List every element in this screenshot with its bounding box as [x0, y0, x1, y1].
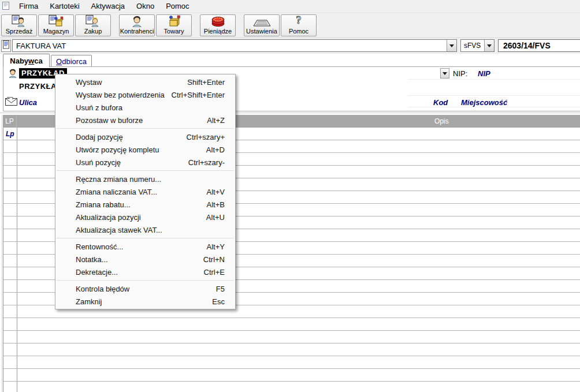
menubar-item-aktywacja[interactable]: Aktywacja	[85, 0, 131, 12]
menu-item[interactable]: Ręczna zmiana numeru...	[55, 173, 235, 185]
kontrahenci-button[interactable]: Kontrahenci	[119, 14, 155, 36]
nip-field[interactable]: NIP	[478, 69, 490, 78]
menu-item[interactable]: Dodaj pozycjęCtrl+szary+	[55, 130, 235, 143]
menu-item-shortcut: Ctrl+E	[204, 268, 225, 277]
zakup-button[interactable]: Zakup	[75, 14, 111, 36]
lp-cell	[3, 153, 17, 165]
city-field[interactable]: Miejscowość	[461, 98, 507, 107]
toolbar-button-label: Magazyn	[43, 27, 69, 36]
lp-cell	[3, 140, 17, 152]
contractors-person-icon	[131, 15, 143, 27]
magazyn-button[interactable]: Magazyn	[38, 14, 74, 36]
lp-cell	[3, 204, 17, 216]
table-row[interactable]	[3, 369, 580, 382]
postal-code-field[interactable]: Kod	[433, 98, 448, 107]
table-row[interactable]	[3, 344, 580, 356]
description-cell	[17, 369, 580, 381]
menu-item[interactable]: Zmiana naliczania VAT...Alt+V	[55, 185, 235, 198]
application-window: FirmaKartotekiAktywacjaOknoPomoc Sprzeda…	[0, 0, 580, 392]
menu-item-shortcut: Esc	[212, 297, 225, 306]
document-number-field[interactable]: 2603/14/FVS	[498, 39, 580, 52]
series-value: sFVS	[461, 42, 484, 50]
small-document-icon	[3, 40, 10, 51]
menu-item[interactable]: Wystaw bez potwierdzeniaCtrl+Shift+Enter	[55, 88, 235, 101]
lp-cell	[3, 255, 17, 267]
menu-item-label: Zmiana naliczania VAT...	[76, 188, 157, 196]
grid-header-opis: Opis	[434, 115, 449, 128]
menu-item[interactable]: WystawShift+Enter	[55, 76, 235, 88]
tab-accel-letter: O	[56, 57, 62, 66]
menu-item[interactable]: Utwórz pozycję kompletuAlt+D	[55, 143, 235, 156]
envelope-address-icon	[5, 97, 18, 109]
menu-item[interactable]: Notatka...Ctrl+N	[55, 253, 235, 266]
dropdown-arrow-icon[interactable]	[447, 40, 456, 51]
street-field[interactable]: Ulica	[19, 98, 37, 107]
menu-item[interactable]: ZamknijEsc	[55, 295, 235, 308]
menubar-item-firma[interactable]: Firma	[13, 0, 44, 12]
menu-item-label: Kontrola błędów	[76, 285, 129, 293]
table-row[interactable]	[3, 356, 580, 369]
pomoc-button[interactable]: ?Pomoc	[281, 14, 317, 36]
menu-separator	[57, 128, 234, 129]
grid-header-lp: LP	[3, 115, 17, 128]
menubar-item-pomoc[interactable]: Pomoc	[160, 0, 195, 12]
menu-separator	[57, 280, 234, 281]
nip-label: NIP:	[453, 69, 467, 78]
menubar-item-kartoteki[interactable]: Kartoteki	[44, 0, 85, 12]
menu-item-label: Zmiana rabatu...	[76, 200, 131, 209]
ustawienia-button[interactable]: Ustawienia	[244, 14, 280, 36]
lp-cell	[3, 178, 17, 191]
menu-item-shortcut: F5	[216, 285, 225, 293]
menu-item[interactable]: Usuń z bufora	[55, 101, 235, 114]
document-type-combobox[interactable]: FAKTURA VAT	[12, 39, 457, 52]
menu-separator	[57, 170, 234, 171]
tab-label-part: dbiorca	[62, 57, 87, 66]
sprzedaz-button[interactable]: Sprzedaż	[1, 14, 37, 36]
lp-cell	[3, 369, 17, 381]
menu-item-label: Ręczna zmiana numeru...	[76, 175, 161, 184]
tab-label-part: Naby	[10, 57, 28, 65]
toolbar-button-label: Pomoc	[289, 27, 308, 36]
menu-item-label: Usuń z bufora	[76, 103, 122, 112]
tab-nabywca[interactable]: Nabywca	[3, 54, 50, 67]
menu-item[interactable]: Aktualizacja pozycjiAlt+U	[55, 211, 235, 223]
tab-odbiorca[interactable]: Odbiorca	[51, 55, 92, 67]
menu-item[interactable]: Rentowność...Alt+Y	[55, 240, 235, 253]
grid-outer-border	[2, 115, 2, 392]
contractor-dropdown-arrow-icon[interactable]	[440, 68, 449, 79]
tabs-bar: Nabywca Odbiorca	[0, 54, 580, 67]
series-combobox[interactable]: sFVS	[460, 39, 495, 52]
menu-item-label: Dodaj pozycję	[76, 133, 123, 141]
menu-item[interactable]: Usuń pozycjęCtrl+szary-	[55, 156, 235, 169]
menubar-item-okno[interactable]: Okno	[131, 0, 160, 12]
menu-item-label: Aktualizacja stawek VAT...	[76, 226, 162, 234]
lp-cell	[3, 305, 17, 318]
menu-item[interactable]: Zmiana rabatu...Alt+B	[55, 198, 235, 211]
document-type-button[interactable]	[1, 40, 11, 52]
towary-button[interactable]: Towary	[156, 14, 192, 36]
menu-item-shortcut: Alt+Y	[207, 242, 225, 251]
lp-cell	[3, 229, 17, 241]
tab-label-part: ca	[34, 57, 42, 65]
menubar-items: FirmaKartotekiAktywacjaOknoPomoc	[13, 0, 195, 12]
menu-item[interactable]: Aktualizacja stawek VAT...	[55, 223, 235, 236]
lp-cell	[3, 280, 17, 292]
toolbar-button-label: Pieniądze	[204, 27, 232, 36]
table-row[interactable]	[3, 382, 580, 392]
warehouse-document-icon	[49, 15, 64, 27]
description-cell	[17, 331, 580, 343]
menu-item[interactable]: Kontrola błędówF5	[55, 282, 235, 295]
toolbar-button-label: Kontrahenci	[120, 27, 154, 36]
description-cell	[17, 318, 580, 330]
pieniadze-button[interactable]: Pieniądze	[200, 14, 236, 36]
table-row[interactable]	[3, 331, 580, 344]
menu-item[interactable]: Pozostaw w buforzeAlt+Z	[55, 114, 235, 126]
goods-box-icon	[167, 15, 181, 27]
dropdown-arrow-icon[interactable]	[484, 40, 494, 51]
menu-item[interactable]: Dekretacje...Ctrl+E	[55, 266, 235, 278]
lp-cell	[3, 331, 17, 343]
table-row[interactable]	[3, 318, 580, 331]
menu-item-shortcut: Ctrl+szary-	[188, 158, 225, 167]
mdi-child-document-icon[interactable]	[2, 2, 10, 10]
context-menu: WystawShift+EnterWystaw bez potwierdzeni…	[55, 74, 236, 309]
